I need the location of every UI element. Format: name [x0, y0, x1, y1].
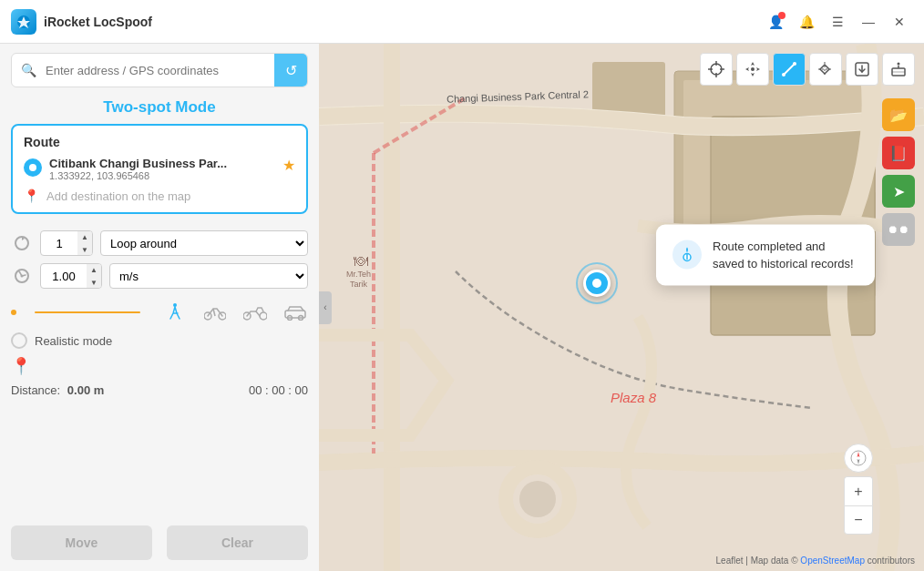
- svg-point-30: [898, 63, 900, 66]
- history-button[interactable]: 📂: [882, 98, 915, 131]
- waypoint-icon: [817, 61, 834, 77]
- chevron-left-icon: ‹: [323, 302, 326, 312]
- transport-bicycle-button[interactable]: [202, 300, 228, 325]
- refresh-button[interactable]: ↺: [274, 54, 307, 87]
- map-area[interactable]: Changi Business Park Central 2 🍽 Mr.TehT…: [319, 44, 924, 571]
- destination-placeholder-text: Add destination on the map: [46, 189, 190, 203]
- toast-message: Route completed and saved to historical …: [713, 237, 858, 272]
- svg-point-3: [21, 275, 24, 278]
- map-background: Changi Business Park Central 2 🍽 Mr.TehT…: [319, 44, 924, 571]
- search-icon: 🔍: [12, 63, 36, 77]
- export-icon: [890, 61, 907, 77]
- speed-input[interactable]: 1.00: [41, 270, 87, 283]
- speed-spinners: ▲ ▼: [87, 263, 101, 289]
- refresh-icon: ↺: [285, 62, 297, 79]
- distance-value: 0.00 m: [67, 383, 104, 397]
- restaurant-label: Mr.TehTarik: [346, 270, 371, 290]
- pan-icon: [744, 61, 761, 77]
- speed-decrement-button[interactable]: ▼: [87, 276, 101, 289]
- favorite-star[interactable]: ★: [282, 157, 295, 174]
- route-label: Route: [24, 135, 295, 149]
- move-button[interactable]: Move: [11, 525, 152, 560]
- zoom-out-button[interactable]: −: [844, 505, 873, 535]
- plaza-label: Plaza 8: [611, 390, 656, 405]
- route-box: Route Citibank Changi Business Par... 1.…: [11, 124, 308, 214]
- app-logo: [11, 9, 36, 35]
- origin-name: Citibank Changi Business Par...: [49, 157, 275, 170]
- toggle-icon: ⏺⏺: [888, 223, 909, 236]
- loop-mode-select[interactable]: Loop around Back and forth No loop: [100, 230, 308, 256]
- profile-button[interactable]: 👤: [762, 8, 789, 36]
- speed-row: 1.00 ▲ ▼ m/s km/h mph: [11, 263, 308, 289]
- osm-link[interactable]: OpenStreetMap: [800, 556, 865, 566]
- history-icon: 📂: [889, 107, 908, 124]
- loop-icon: [11, 232, 33, 254]
- right-tools: 📂 📕 ➤ ⏺⏺: [882, 98, 915, 246]
- marker-center: [583, 270, 611, 297]
- origin-icon: [24, 158, 42, 177]
- zoom-in-icon: +: [854, 484, 862, 500]
- destination-item[interactable]: 📍 Add destination on the map: [24, 189, 295, 203]
- destination-pin-icon: 📍: [24, 189, 39, 203]
- speed-icon: [11, 265, 33, 287]
- origin-coords: 1.333922, 103.965468: [49, 170, 275, 181]
- svg-point-25: [751, 67, 755, 71]
- clear-button[interactable]: Clear: [167, 525, 308, 560]
- svg-point-26: [782, 73, 785, 76]
- origin-info: Citibank Changi Business Par... 1.333922…: [49, 157, 275, 181]
- origin-dot: [29, 164, 36, 171]
- speed-unit-select[interactable]: m/s km/h mph: [109, 263, 308, 289]
- realistic-mode-label: Realistic mode: [35, 334, 112, 348]
- svg-point-19: [519, 481, 556, 517]
- close-button[interactable]: ✕: [886, 8, 913, 36]
- import-tool-button[interactable]: [846, 53, 878, 86]
- time-value: 00 : 00 : 00: [249, 383, 308, 397]
- loop-decrement-button[interactable]: ▼: [77, 243, 92, 256]
- distance-row: Distance: 0.00 m 00 : 00 : 00: [0, 376, 319, 401]
- mode-title: Two-spot Mode: [0, 95, 319, 124]
- search-input[interactable]: [36, 56, 274, 85]
- minimize-button[interactable]: —: [855, 8, 882, 36]
- loop-spinners: ▲ ▼: [77, 230, 92, 256]
- svg-rect-16: [592, 62, 665, 117]
- toast-icon: [672, 240, 702, 270]
- svg-point-34: [686, 254, 688, 256]
- loop-count-input[interactable]: 1: [41, 237, 77, 250]
- realistic-mode-checkbox[interactable]: [11, 332, 27, 349]
- pan-tool-button[interactable]: [736, 53, 769, 86]
- route-tool-button[interactable]: [773, 53, 806, 86]
- loop-increment-button[interactable]: ▲: [77, 230, 92, 243]
- navigate-icon: ➤: [893, 183, 905, 200]
- notification-button[interactable]: 🔔: [793, 8, 820, 36]
- svg-point-27: [793, 62, 796, 66]
- transport-walk-button[interactable]: [162, 300, 188, 325]
- menu-button[interactable]: ☰: [824, 8, 851, 36]
- menu-icon: ☰: [832, 15, 844, 29]
- transport-slider-bar: [35, 311, 140, 313]
- transport-car-button[interactable]: [282, 300, 308, 325]
- marker-dot: [592, 279, 601, 288]
- bell-icon: 🔔: [799, 15, 815, 29]
- map-pin-row: 📍: [0, 352, 319, 376]
- crosshair-icon: [708, 61, 724, 77]
- navigate-button[interactable]: ➤: [882, 175, 915, 208]
- transport-motorcycle-button[interactable]: [242, 300, 268, 325]
- gold-pin-icon: 📍: [11, 356, 31, 376]
- restaurant-icon: 🍽: [354, 253, 368, 270]
- compass-button[interactable]: [844, 444, 873, 473]
- bookmark-button[interactable]: 📕: [882, 137, 915, 169]
- panel-collapse-handle[interactable]: ‹: [319, 291, 332, 324]
- toggle-button[interactable]: ⏺⏺: [882, 213, 915, 246]
- waypoint-tool-button[interactable]: [809, 53, 842, 86]
- map-svg: [319, 44, 924, 571]
- close-icon: ✕: [894, 15, 905, 29]
- speed-increment-button[interactable]: ▲: [87, 263, 101, 276]
- realistic-mode-row: Realistic mode: [0, 329, 319, 352]
- distance-label: Distance: 0.00 m: [11, 383, 104, 397]
- transport-row: [0, 296, 319, 329]
- zoom-in-button[interactable]: +: [844, 476, 873, 505]
- export-tool-button[interactable]: [882, 53, 915, 86]
- map-toolbar: [700, 53, 915, 86]
- title-bar: iRocket LocSpoof 👤 🔔 ☰ — ✕: [0, 0, 924, 44]
- crosshair-tool-button[interactable]: [700, 53, 733, 86]
